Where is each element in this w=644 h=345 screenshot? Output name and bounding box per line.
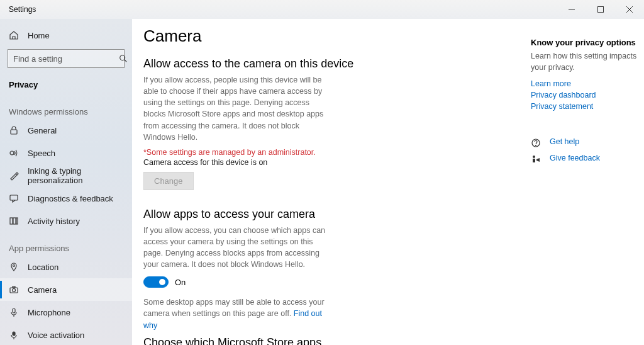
sidebar-item-label: Voice activation xyxy=(28,331,84,340)
caption-buttons xyxy=(557,0,644,19)
sidebar-item-label: Speech xyxy=(28,149,55,158)
home-icon xyxy=(9,30,19,40)
minimize-button[interactable] xyxy=(557,0,586,19)
sidebar-item-label: Camera xyxy=(28,285,57,295)
titlebar: Settings xyxy=(0,0,644,19)
sidebar-item-activity[interactable]: Activity history xyxy=(0,210,132,232)
svg-rect-16 xyxy=(13,308,15,313)
apps-access-toggle[interactable] xyxy=(143,276,169,288)
search-input[interactable] xyxy=(13,54,119,64)
sidebar-item-microphone[interactable]: Microphone xyxy=(0,301,132,324)
section-header-app: App permissions xyxy=(0,244,132,253)
page-title: Camera xyxy=(143,26,516,46)
sidebar-home-label: Home xyxy=(28,31,50,40)
section-body-device-access: If you allow access, people using this d… xyxy=(143,74,332,143)
privacy-statement-link[interactable]: Privacy statement xyxy=(531,102,638,111)
lock-icon xyxy=(9,125,19,135)
search-box[interactable] xyxy=(8,49,125,68)
speech-icon xyxy=(9,148,19,158)
svg-rect-24 xyxy=(533,159,535,162)
give-feedback-link[interactable]: Give feedback xyxy=(550,154,600,162)
main-content: Camera Allow access to the camera on thi… xyxy=(132,19,531,345)
sidebar-item-label: Inking & typing personalization xyxy=(28,166,123,185)
aside-heading: Know your privacy options xyxy=(531,38,638,47)
history-icon xyxy=(9,216,19,226)
sidebar-item-label: Microphone xyxy=(28,308,70,317)
svg-rect-8 xyxy=(10,195,18,200)
sidebar-item-home[interactable]: Home xyxy=(0,24,132,47)
desktop-apps-note: Some desktop apps may still be able to a… xyxy=(143,297,332,331)
svg-rect-9 xyxy=(10,218,13,224)
svg-point-23 xyxy=(533,156,535,158)
change-button: Change xyxy=(143,172,194,190)
svg-rect-11 xyxy=(16,218,18,224)
feedback-icon xyxy=(9,193,19,203)
sidebar-item-diagnostics[interactable]: Diagnostics & feedback xyxy=(0,187,132,210)
sidebar: Home Privacy Windows permissions General… xyxy=(0,19,132,345)
svg-point-22 xyxy=(536,145,536,146)
svg-rect-1 xyxy=(598,7,604,13)
camera-icon xyxy=(9,285,19,295)
sidebar-item-inking[interactable]: Inking & typing personalization xyxy=(0,164,132,187)
learn-more-link[interactable]: Learn more xyxy=(531,79,638,88)
sidebar-item-label: Location xyxy=(28,263,58,272)
maximize-button[interactable] xyxy=(586,0,615,19)
microphone-icon xyxy=(9,307,19,317)
section-heading-app-access: Allow apps to access your camera xyxy=(143,208,516,221)
help-icon xyxy=(531,138,541,148)
svg-rect-15 xyxy=(13,286,15,288)
pen-icon xyxy=(9,171,19,181)
svg-point-12 xyxy=(13,265,15,267)
sidebar-item-camera[interactable]: Camera xyxy=(0,278,132,301)
apps-access-toggle-state: On xyxy=(175,278,186,287)
voice-icon xyxy=(9,330,19,340)
svg-point-14 xyxy=(13,289,16,292)
breadcrumb-privacy[interactable]: Privacy xyxy=(0,73,132,96)
privacy-dashboard-link[interactable]: Privacy dashboard xyxy=(531,91,638,99)
location-icon xyxy=(9,262,19,272)
sidebar-item-label: Activity history xyxy=(28,217,80,226)
svg-rect-18 xyxy=(13,332,15,336)
sidebar-item-general[interactable]: General xyxy=(0,119,132,142)
sidebar-item-voice-activation[interactable]: Voice activation xyxy=(0,324,132,345)
section-header-windows: Windows permissions xyxy=(0,107,132,116)
sidebar-item-label: General xyxy=(28,126,57,135)
search-icon xyxy=(119,54,128,63)
window-title: Settings xyxy=(9,5,557,14)
svg-line-5 xyxy=(125,60,127,62)
sidebar-item-label: Diagnostics & feedback xyxy=(28,194,113,203)
section-body-app-access: If you allow access, you can choose whic… xyxy=(143,225,332,271)
admin-note: *Some settings are managed by an adminis… xyxy=(143,148,516,157)
svg-point-4 xyxy=(120,55,125,60)
svg-rect-10 xyxy=(13,218,16,224)
device-access-status: Camera access for this device is on xyxy=(143,158,516,167)
sidebar-item-speech[interactable]: Speech xyxy=(0,142,132,164)
get-help-link[interactable]: Get help xyxy=(550,137,579,146)
section-heading-device-access: Allow access to the camera on this devic… xyxy=(143,57,516,71)
aside: Know your privacy options Learn how this… xyxy=(531,19,644,345)
feedback-hub-icon xyxy=(531,154,541,164)
sidebar-item-location[interactable]: Location xyxy=(0,256,132,278)
svg-point-7 xyxy=(10,151,14,155)
section-heading-choose-apps: Choose which Microsoft Store apps can ac… xyxy=(143,336,332,345)
aside-body: Learn how this setting impacts your priv… xyxy=(531,51,638,73)
close-button[interactable] xyxy=(615,0,644,19)
svg-rect-6 xyxy=(11,130,17,134)
